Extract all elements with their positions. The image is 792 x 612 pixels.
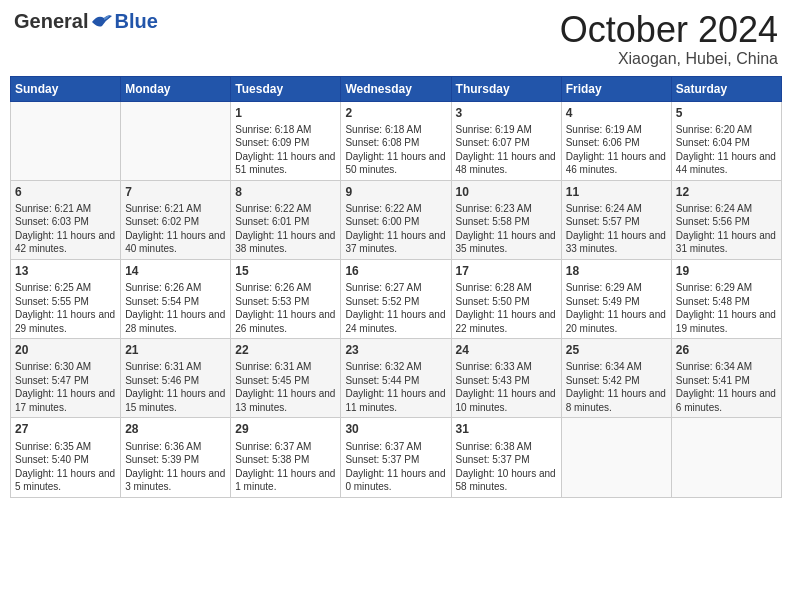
day-info: Sunrise: 6:21 AMSunset: 6:02 PMDaylight:… [125, 202, 226, 256]
day-number: 31 [456, 421, 557, 437]
day-info: Sunrise: 6:24 AMSunset: 5:56 PMDaylight:… [676, 202, 777, 256]
day-number: 25 [566, 342, 667, 358]
calendar-day-cell: 31Sunrise: 6:38 AMSunset: 5:37 PMDayligh… [451, 418, 561, 497]
logo-bird-icon [90, 12, 114, 32]
day-number: 29 [235, 421, 336, 437]
calendar-day-cell: 23Sunrise: 6:32 AMSunset: 5:44 PMDayligh… [341, 339, 451, 418]
logo-general-text: General [14, 10, 88, 33]
day-info: Sunrise: 6:22 AMSunset: 6:01 PMDaylight:… [235, 202, 336, 256]
calendar-day-cell: 5Sunrise: 6:20 AMSunset: 6:04 PMDaylight… [671, 101, 781, 180]
weekday-header-cell: Thursday [451, 76, 561, 101]
day-info: Sunrise: 6:29 AMSunset: 5:49 PMDaylight:… [566, 281, 667, 335]
day-number: 21 [125, 342, 226, 358]
weekday-header-cell: Friday [561, 76, 671, 101]
calendar-day-cell: 16Sunrise: 6:27 AMSunset: 5:52 PMDayligh… [341, 259, 451, 338]
calendar-day-cell: 22Sunrise: 6:31 AMSunset: 5:45 PMDayligh… [231, 339, 341, 418]
day-number: 12 [676, 184, 777, 200]
day-info: Sunrise: 6:21 AMSunset: 6:03 PMDaylight:… [15, 202, 116, 256]
day-number: 10 [456, 184, 557, 200]
calendar-day-cell: 29Sunrise: 6:37 AMSunset: 5:38 PMDayligh… [231, 418, 341, 497]
logo-blue-text: Blue [114, 10, 157, 33]
calendar-day-cell [561, 418, 671, 497]
day-info: Sunrise: 6:25 AMSunset: 5:55 PMDaylight:… [15, 281, 116, 335]
day-number: 15 [235, 263, 336, 279]
calendar-day-cell: 9Sunrise: 6:22 AMSunset: 6:00 PMDaylight… [341, 180, 451, 259]
calendar-body: 1Sunrise: 6:18 AMSunset: 6:09 PMDaylight… [11, 101, 782, 497]
day-info: Sunrise: 6:35 AMSunset: 5:40 PMDaylight:… [15, 440, 116, 494]
day-number: 28 [125, 421, 226, 437]
day-number: 8 [235, 184, 336, 200]
day-info: Sunrise: 6:20 AMSunset: 6:04 PMDaylight:… [676, 123, 777, 177]
calendar-day-cell: 14Sunrise: 6:26 AMSunset: 5:54 PMDayligh… [121, 259, 231, 338]
day-number: 17 [456, 263, 557, 279]
day-number: 5 [676, 105, 777, 121]
calendar-day-cell: 20Sunrise: 6:30 AMSunset: 5:47 PMDayligh… [11, 339, 121, 418]
calendar-week-row: 6Sunrise: 6:21 AMSunset: 6:03 PMDaylight… [11, 180, 782, 259]
day-number: 20 [15, 342, 116, 358]
day-info: Sunrise: 6:19 AMSunset: 6:07 PMDaylight:… [456, 123, 557, 177]
day-number: 27 [15, 421, 116, 437]
weekday-header-row: SundayMondayTuesdayWednesdayThursdayFrid… [11, 76, 782, 101]
calendar-week-row: 20Sunrise: 6:30 AMSunset: 5:47 PMDayligh… [11, 339, 782, 418]
calendar-day-cell [671, 418, 781, 497]
logo: General Blue [14, 10, 158, 33]
day-number: 22 [235, 342, 336, 358]
weekday-header-cell: Tuesday [231, 76, 341, 101]
calendar-day-cell: 30Sunrise: 6:37 AMSunset: 5:37 PMDayligh… [341, 418, 451, 497]
weekday-header-cell: Sunday [11, 76, 121, 101]
calendar-day-cell [121, 101, 231, 180]
calendar-table: SundayMondayTuesdayWednesdayThursdayFrid… [10, 76, 782, 498]
calendar-day-cell: 17Sunrise: 6:28 AMSunset: 5:50 PMDayligh… [451, 259, 561, 338]
day-number: 24 [456, 342, 557, 358]
day-info: Sunrise: 6:24 AMSunset: 5:57 PMDaylight:… [566, 202, 667, 256]
day-info: Sunrise: 6:19 AMSunset: 6:06 PMDaylight:… [566, 123, 667, 177]
day-info: Sunrise: 6:23 AMSunset: 5:58 PMDaylight:… [456, 202, 557, 256]
calendar-day-cell [11, 101, 121, 180]
day-number: 13 [15, 263, 116, 279]
day-number: 2 [345, 105, 446, 121]
day-number: 14 [125, 263, 226, 279]
day-info: Sunrise: 6:37 AMSunset: 5:38 PMDaylight:… [235, 440, 336, 494]
day-number: 19 [676, 263, 777, 279]
weekday-header-cell: Saturday [671, 76, 781, 101]
calendar-day-cell: 6Sunrise: 6:21 AMSunset: 6:03 PMDaylight… [11, 180, 121, 259]
calendar-day-cell: 3Sunrise: 6:19 AMSunset: 6:07 PMDaylight… [451, 101, 561, 180]
day-number: 9 [345, 184, 446, 200]
day-info: Sunrise: 6:29 AMSunset: 5:48 PMDaylight:… [676, 281, 777, 335]
day-number: 18 [566, 263, 667, 279]
title-block: October 2024 Xiaogan, Hubei, China [560, 10, 778, 68]
month-title: October 2024 [560, 10, 778, 50]
day-number: 7 [125, 184, 226, 200]
day-number: 6 [15, 184, 116, 200]
calendar-day-cell: 13Sunrise: 6:25 AMSunset: 5:55 PMDayligh… [11, 259, 121, 338]
day-info: Sunrise: 6:30 AMSunset: 5:47 PMDaylight:… [15, 360, 116, 414]
day-info: Sunrise: 6:22 AMSunset: 6:00 PMDaylight:… [345, 202, 446, 256]
calendar-day-cell: 27Sunrise: 6:35 AMSunset: 5:40 PMDayligh… [11, 418, 121, 497]
calendar-day-cell: 7Sunrise: 6:21 AMSunset: 6:02 PMDaylight… [121, 180, 231, 259]
day-info: Sunrise: 6:18 AMSunset: 6:08 PMDaylight:… [345, 123, 446, 177]
day-info: Sunrise: 6:31 AMSunset: 5:45 PMDaylight:… [235, 360, 336, 414]
day-number: 4 [566, 105, 667, 121]
day-info: Sunrise: 6:18 AMSunset: 6:09 PMDaylight:… [235, 123, 336, 177]
calendar-day-cell: 15Sunrise: 6:26 AMSunset: 5:53 PMDayligh… [231, 259, 341, 338]
day-info: Sunrise: 6:36 AMSunset: 5:39 PMDaylight:… [125, 440, 226, 494]
day-info: Sunrise: 6:27 AMSunset: 5:52 PMDaylight:… [345, 281, 446, 335]
calendar-day-cell: 11Sunrise: 6:24 AMSunset: 5:57 PMDayligh… [561, 180, 671, 259]
calendar-week-row: 1Sunrise: 6:18 AMSunset: 6:09 PMDaylight… [11, 101, 782, 180]
calendar-day-cell: 4Sunrise: 6:19 AMSunset: 6:06 PMDaylight… [561, 101, 671, 180]
calendar-day-cell: 18Sunrise: 6:29 AMSunset: 5:49 PMDayligh… [561, 259, 671, 338]
calendar-day-cell: 1Sunrise: 6:18 AMSunset: 6:09 PMDaylight… [231, 101, 341, 180]
day-number: 26 [676, 342, 777, 358]
calendar-day-cell: 12Sunrise: 6:24 AMSunset: 5:56 PMDayligh… [671, 180, 781, 259]
day-info: Sunrise: 6:33 AMSunset: 5:43 PMDaylight:… [456, 360, 557, 414]
calendar-day-cell: 24Sunrise: 6:33 AMSunset: 5:43 PMDayligh… [451, 339, 561, 418]
calendar-day-cell: 2Sunrise: 6:18 AMSunset: 6:08 PMDaylight… [341, 101, 451, 180]
day-info: Sunrise: 6:34 AMSunset: 5:42 PMDaylight:… [566, 360, 667, 414]
calendar-day-cell: 25Sunrise: 6:34 AMSunset: 5:42 PMDayligh… [561, 339, 671, 418]
day-info: Sunrise: 6:32 AMSunset: 5:44 PMDaylight:… [345, 360, 446, 414]
day-number: 3 [456, 105, 557, 121]
weekday-header-cell: Monday [121, 76, 231, 101]
calendar-day-cell: 10Sunrise: 6:23 AMSunset: 5:58 PMDayligh… [451, 180, 561, 259]
day-info: Sunrise: 6:28 AMSunset: 5:50 PMDaylight:… [456, 281, 557, 335]
day-number: 16 [345, 263, 446, 279]
